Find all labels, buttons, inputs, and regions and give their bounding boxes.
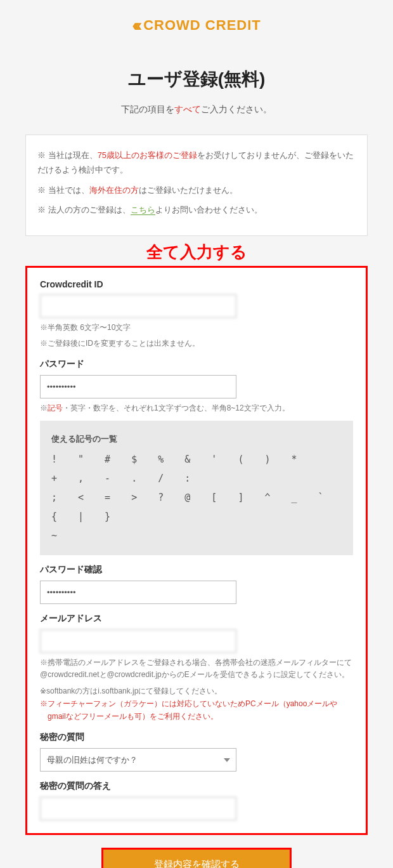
password-input[interactable] bbox=[40, 375, 236, 398]
contact-link[interactable]: こちら bbox=[131, 205, 155, 215]
annotation-top: 全て入力する bbox=[0, 241, 393, 263]
page-subtitle: 下記の項目をすべてご入力ください。 bbox=[0, 104, 393, 115]
field-email: メールアドレス ※携帯電話のメールアドレスをご登録される場合、各携帯会社の迷惑メ… bbox=[40, 613, 353, 723]
notice-line-1: ※ 当社は現在、75歳以上のお客様のご登録をお受けしておりませんが、ご登録をいた… bbox=[37, 148, 356, 178]
label-id: Crowdcredit ID bbox=[40, 279, 353, 289]
symbol-box: 使える記号の一覧 ! " # $ % & ' ( ) * + , - . / :… bbox=[40, 421, 353, 555]
logo-text: CROWD CREDIT bbox=[143, 17, 261, 34]
notice-box: ※ 当社は現在、75歳以上のお客様のご登録をお受けしておりませんが、ご登録をいた… bbox=[25, 135, 368, 236]
answer-input[interactable] bbox=[40, 797, 236, 820]
field-answer: 秘密の質問の答え bbox=[40, 780, 353, 820]
submit-button[interactable]: 登録内容を確認する bbox=[101, 848, 292, 868]
logo-icon: ‹‹‹ bbox=[132, 15, 138, 36]
help-id-1: ※半角英数 6文字〜10文字 bbox=[40, 322, 353, 334]
help-email-1: ※携帯電話のメールアドレスをご登録される場合、各携帯会社の迷惑メールフィルターに… bbox=[40, 657, 353, 681]
symbol-row-4: ~ bbox=[51, 526, 342, 545]
label-answer: 秘密の質問の答え bbox=[40, 780, 353, 792]
label-question: 秘密の質問 bbox=[40, 732, 353, 743]
field-question: 秘密の質問 母親の旧姓は何ですか？ bbox=[40, 732, 353, 772]
label-password-confirm: パスワード確認 bbox=[40, 564, 353, 575]
field-id: Crowdcredit ID ※半角英数 6文字〜10文字 ※ご登録後にIDを変… bbox=[40, 279, 353, 350]
logo: ‹‹‹ CROWD CREDIT bbox=[132, 15, 261, 36]
label-password: パスワード bbox=[40, 358, 353, 370]
symbol-row-2: + , - . / : bbox=[51, 469, 342, 488]
symbol-row-3: ; < = > ? @ [ ] ^ _ ` { | } bbox=[51, 488, 342, 526]
symbol-row-1: ! " # $ % & ' ( ) * bbox=[51, 450, 342, 469]
email-input[interactable] bbox=[40, 629, 236, 653]
help-email-2: ※softbankの方はi.softbank.jpにて登録してください。 bbox=[40, 685, 353, 697]
help-password: ※記号・英字・数字を、それぞれ1文字ずつ含む、半角8~12文字で入力。 bbox=[40, 402, 353, 414]
help-email-red: ※フィーチャーフォン（ガラケー）には対応していないためPCメール（yahooメー… bbox=[40, 697, 353, 723]
submit-wrap: 登録内容を確認する bbox=[0, 848, 393, 868]
field-password: パスワード ※記号・英字・数字を、それぞれ1文字ずつ含む、半角8~12文字で入力… bbox=[40, 358, 353, 555]
notice-line-2: ※ 当社では、海外在住の方はご登録いただけません。 bbox=[37, 183, 356, 197]
header: ‹‹‹ CROWD CREDIT bbox=[0, 0, 393, 42]
symbol-title: 使える記号の一覧 bbox=[51, 431, 342, 447]
question-select[interactable]: 母親の旧姓は何ですか？ bbox=[40, 748, 236, 772]
page-title: ユーザ登録(無料) bbox=[0, 67, 393, 91]
password-confirm-input[interactable] bbox=[40, 581, 236, 604]
form-box: Crowdcredit ID ※半角英数 6文字〜10文字 ※ご登録後にIDを変… bbox=[25, 266, 368, 836]
notice-line-3: ※ 法人の方のご登録は、こちらよりお問い合わせください。 bbox=[37, 202, 356, 217]
label-email: メールアドレス bbox=[40, 613, 353, 624]
id-input[interactable] bbox=[40, 294, 236, 318]
help-id-2: ※ご登録後にIDを変更することは出来ません。 bbox=[40, 338, 353, 350]
field-password-confirm: パスワード確認 bbox=[40, 564, 353, 604]
